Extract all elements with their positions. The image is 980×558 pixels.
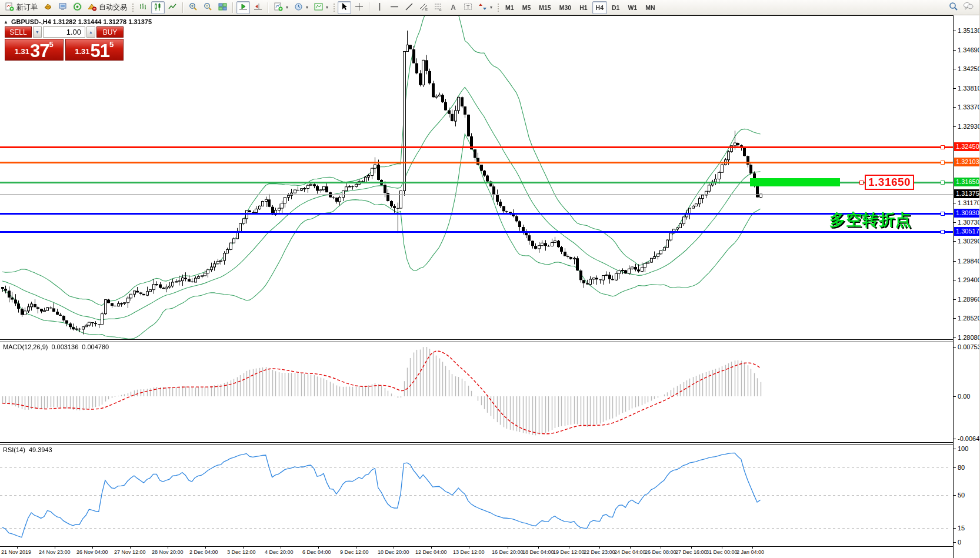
crosshair-button[interactable] <box>352 1 366 14</box>
main-chart-canvas[interactable] <box>0 15 953 339</box>
horizontal-line-object[interactable] <box>0 146 953 148</box>
line-anchor-marker[interactable] <box>941 161 945 165</box>
pane-border <box>0 15 980 16</box>
price-axis-label: 1.30290 <box>958 238 980 245</box>
timeframe-M1[interactable]: M1 <box>502 1 518 14</box>
rsi-axis-label: 80 <box>958 464 965 471</box>
metaeditor-button[interactable] <box>41 1 55 14</box>
bar-chart-button[interactable] <box>136 1 150 14</box>
time-tick-mark <box>17 547 18 549</box>
time-axis[interactable]: 21 Nov 201924 Nov 23:0026 Nov 04:0027 No… <box>0 547 953 558</box>
text-label-icon: T <box>464 2 472 13</box>
price-axis-label: 1.29400 <box>958 276 980 283</box>
arrows-button[interactable]: ▾ <box>476 1 495 14</box>
macd-axis-label: -0.006446 <box>958 435 980 442</box>
zone-price-label[interactable]: 1.31650 <box>865 175 914 190</box>
buy-price-button[interactable]: 1.31 51 5 <box>65 39 124 61</box>
mt4-window: { "toolbar": { "new_order_label": "新订单",… <box>0 0 980 558</box>
time-axis-label: 27 Dec 16:00 <box>675 549 707 555</box>
price-axis[interactable]: 1.324501.321031.316501.309301.305171.313… <box>953 15 980 558</box>
volume-input[interactable]: 1.00 <box>43 26 85 38</box>
axis-tick-mark <box>954 542 956 543</box>
candlestick-chart-button[interactable] <box>151 1 165 14</box>
horizontal-line-object[interactable] <box>0 231 953 233</box>
price-level-badge: 1.32450 <box>954 142 980 151</box>
price-axis-label: 1.35130 <box>958 27 980 34</box>
volume-decrease-button[interactable]: ▼ <box>33 26 42 38</box>
time-tick-mark <box>469 547 469 549</box>
time-axis-label: 26 Dec 08:00 <box>645 549 676 555</box>
line-chart-button[interactable] <box>166 1 179 14</box>
chart-shift-button[interactable] <box>251 1 265 14</box>
macd-canvas[interactable] <box>0 342 953 442</box>
signals-button[interactable] <box>71 1 84 14</box>
time-axis-label: 31 Dec 00:00 <box>706 549 738 555</box>
buy-button[interactable]: BUY <box>96 26 124 38</box>
new-chart-icon <box>274 2 283 13</box>
timeframe-M30[interactable]: M30 <box>556 1 575 14</box>
timeframe-MN[interactable]: MN <box>642 1 658 14</box>
auto-scroll-button[interactable] <box>236 1 250 14</box>
signals-icon <box>73 2 82 13</box>
time-tick-mark <box>55 547 55 549</box>
time-tick-mark <box>130 547 131 549</box>
autotrading-button[interactable]: 自动交易 <box>85 1 129 14</box>
macd-axis-label: 0.00 <box>958 393 970 400</box>
price-level-badge: 1.31650 <box>954 178 980 186</box>
tile-windows-button[interactable] <box>216 1 229 14</box>
rsi-axis-label: 0 <box>958 539 961 546</box>
horizontal-line-button[interactable] <box>388 1 401 14</box>
timeframe-H1[interactable]: H1 <box>576 1 591 14</box>
terminal-button[interactable] <box>56 1 69 14</box>
fibonacci-button[interactable]: F <box>432 1 445 14</box>
timeframe-D1[interactable]: D1 <box>608 1 623 14</box>
toolbar-separator <box>369 2 370 13</box>
zoom-out-button[interactable] <box>201 1 215 14</box>
line-chart-icon <box>168 2 177 13</box>
macd-value-main: 0.003136 <box>51 343 78 350</box>
price-axis-label: 1.33810 <box>958 85 980 92</box>
timeframe-M5[interactable]: M5 <box>519 1 535 14</box>
price-level-badge: 1.30930 <box>954 209 980 218</box>
zoom-in-button[interactable] <box>186 1 200 14</box>
axis-tick-mark <box>954 299 956 300</box>
vertical-line-button[interactable] <box>373 1 386 14</box>
sell-button[interactable]: SELL <box>5 26 32 38</box>
text-button[interactable]: A <box>446 1 460 14</box>
cursor-button[interactable] <box>338 1 351 14</box>
support-zone-rectangle[interactable] <box>750 178 840 186</box>
collapse-panel-arrow[interactable]: ▲ <box>4 19 8 25</box>
price-axis-label: 1.30730 <box>958 219 980 226</box>
timeframe-M15[interactable]: M15 <box>535 1 554 14</box>
horizontal-line-object[interactable] <box>0 162 953 163</box>
toolbar-grip <box>497 3 499 12</box>
horizontal-line-object[interactable] <box>0 213 953 215</box>
rsi-canvas[interactable] <box>0 445 953 546</box>
line-anchor-marker[interactable] <box>941 212 945 216</box>
line-anchor-marker[interactable] <box>941 230 945 234</box>
trendline-icon <box>405 2 414 13</box>
profiles-button[interactable]: ▾ <box>292 1 311 14</box>
line-anchor-marker[interactable] <box>941 145 945 149</box>
chevron-down-icon: ▾ <box>306 5 308 10</box>
label-anchor-marker[interactable] <box>859 181 864 185</box>
new-order-button[interactable]: 新订单 <box>3 1 40 14</box>
templates-button[interactable]: ▾ <box>312 1 331 14</box>
line-anchor-marker[interactable] <box>941 181 945 185</box>
new-chart-button[interactable]: ▾ <box>272 1 291 14</box>
timeframe-W1[interactable]: W1 <box>624 1 641 14</box>
chat-icon[interactable] <box>963 2 974 14</box>
turning-point-annotation[interactable]: 多空转折点 <box>829 209 912 230</box>
axis-tick-mark <box>954 222 956 223</box>
volume-increase-button[interactable]: ▲ <box>86 26 95 38</box>
search-icon[interactable] <box>949 2 958 14</box>
trendline-button[interactable] <box>402 1 416 14</box>
rsi-axis-label: 50 <box>958 492 965 499</box>
sell-price-button[interactable]: 1.31 37 5 <box>5 39 64 61</box>
toolbar-separator <box>268 2 269 13</box>
time-axis-label: 19 Dec 12:00 <box>553 549 585 555</box>
timeframe-toolbar: M1M5M15M30H1H4D1W1MN <box>501 1 659 14</box>
equidistant-channel-button[interactable]: E <box>417 1 431 14</box>
text-label-button[interactable]: T <box>461 1 475 14</box>
timeframe-H4[interactable]: H4 <box>592 1 607 14</box>
